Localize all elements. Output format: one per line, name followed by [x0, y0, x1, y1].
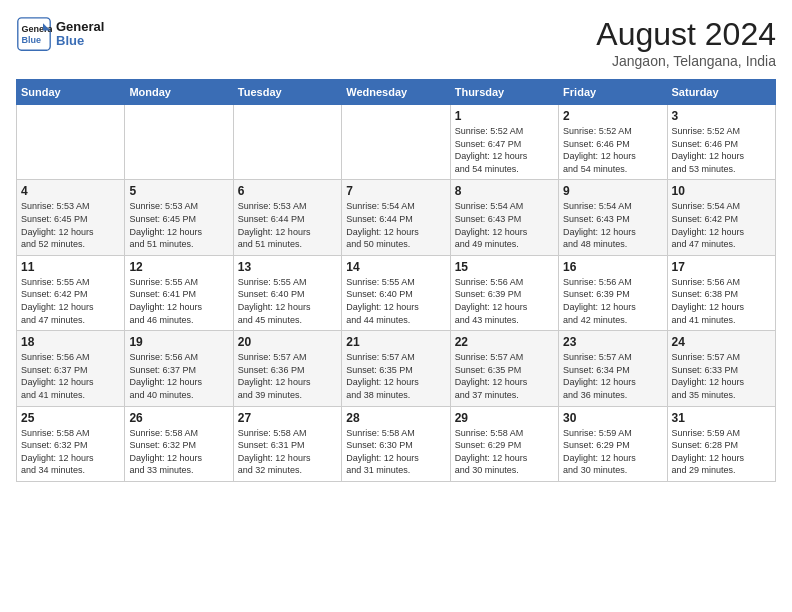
day-number: 19: [129, 335, 228, 349]
calendar-cell: 4Sunrise: 5:53 AM Sunset: 6:45 PM Daylig…: [17, 180, 125, 255]
day-info: Sunrise: 5:59 AM Sunset: 6:28 PM Dayligh…: [672, 427, 771, 477]
day-info: Sunrise: 5:54 AM Sunset: 6:43 PM Dayligh…: [455, 200, 554, 250]
day-number: 8: [455, 184, 554, 198]
day-number: 17: [672, 260, 771, 274]
day-number: 22: [455, 335, 554, 349]
calendar-cell: 29Sunrise: 5:58 AM Sunset: 6:29 PM Dayli…: [450, 406, 558, 481]
calendar-cell: 2Sunrise: 5:52 AM Sunset: 6:46 PM Daylig…: [559, 105, 667, 180]
calendar-cell: 14Sunrise: 5:55 AM Sunset: 6:40 PM Dayli…: [342, 255, 450, 330]
day-info: Sunrise: 5:57 AM Sunset: 6:36 PM Dayligh…: [238, 351, 337, 401]
month-year-title: August 2024: [596, 16, 776, 53]
day-info: Sunrise: 5:58 AM Sunset: 6:32 PM Dayligh…: [21, 427, 120, 477]
calendar-cell: 7Sunrise: 5:54 AM Sunset: 6:44 PM Daylig…: [342, 180, 450, 255]
day-number: 11: [21, 260, 120, 274]
day-info: Sunrise: 5:57 AM Sunset: 6:35 PM Dayligh…: [455, 351, 554, 401]
day-number: 28: [346, 411, 445, 425]
calendar-cell: 31Sunrise: 5:59 AM Sunset: 6:28 PM Dayli…: [667, 406, 775, 481]
day-number: 5: [129, 184, 228, 198]
calendar-cell: [125, 105, 233, 180]
weekday-header-saturday: Saturday: [667, 80, 775, 105]
calendar-cell: 28Sunrise: 5:58 AM Sunset: 6:30 PM Dayli…: [342, 406, 450, 481]
weekday-header-tuesday: Tuesday: [233, 80, 341, 105]
day-info: Sunrise: 5:54 AM Sunset: 6:42 PM Dayligh…: [672, 200, 771, 250]
svg-text:Blue: Blue: [21, 35, 41, 45]
day-number: 13: [238, 260, 337, 274]
day-info: Sunrise: 5:54 AM Sunset: 6:44 PM Dayligh…: [346, 200, 445, 250]
day-number: 12: [129, 260, 228, 274]
calendar-cell: 3Sunrise: 5:52 AM Sunset: 6:46 PM Daylig…: [667, 105, 775, 180]
day-number: 6: [238, 184, 337, 198]
day-info: Sunrise: 5:56 AM Sunset: 6:39 PM Dayligh…: [455, 276, 554, 326]
day-info: Sunrise: 5:58 AM Sunset: 6:31 PM Dayligh…: [238, 427, 337, 477]
calendar-cell: 17Sunrise: 5:56 AM Sunset: 6:38 PM Dayli…: [667, 255, 775, 330]
day-number: 9: [563, 184, 662, 198]
day-number: 14: [346, 260, 445, 274]
day-number: 16: [563, 260, 662, 274]
calendar-cell: 9Sunrise: 5:54 AM Sunset: 6:43 PM Daylig…: [559, 180, 667, 255]
calendar-cell: 6Sunrise: 5:53 AM Sunset: 6:44 PM Daylig…: [233, 180, 341, 255]
day-info: Sunrise: 5:53 AM Sunset: 6:44 PM Dayligh…: [238, 200, 337, 250]
day-number: 24: [672, 335, 771, 349]
calendar-cell: 13Sunrise: 5:55 AM Sunset: 6:40 PM Dayli…: [233, 255, 341, 330]
weekday-header-friday: Friday: [559, 80, 667, 105]
title-area: August 2024 Jangaon, Telangana, India: [596, 16, 776, 69]
weekday-header-row: SundayMondayTuesdayWednesdayThursdayFrid…: [17, 80, 776, 105]
day-info: Sunrise: 5:56 AM Sunset: 6:38 PM Dayligh…: [672, 276, 771, 326]
calendar-week-row: 25Sunrise: 5:58 AM Sunset: 6:32 PM Dayli…: [17, 406, 776, 481]
calendar-cell: 10Sunrise: 5:54 AM Sunset: 6:42 PM Dayli…: [667, 180, 775, 255]
day-number: 10: [672, 184, 771, 198]
day-info: Sunrise: 5:55 AM Sunset: 6:40 PM Dayligh…: [346, 276, 445, 326]
day-info: Sunrise: 5:53 AM Sunset: 6:45 PM Dayligh…: [129, 200, 228, 250]
day-info: Sunrise: 5:56 AM Sunset: 6:37 PM Dayligh…: [21, 351, 120, 401]
day-info: Sunrise: 5:55 AM Sunset: 6:42 PM Dayligh…: [21, 276, 120, 326]
day-number: 3: [672, 109, 771, 123]
day-info: Sunrise: 5:54 AM Sunset: 6:43 PM Dayligh…: [563, 200, 662, 250]
calendar-cell: 27Sunrise: 5:58 AM Sunset: 6:31 PM Dayli…: [233, 406, 341, 481]
day-info: Sunrise: 5:53 AM Sunset: 6:45 PM Dayligh…: [21, 200, 120, 250]
calendar-cell: 16Sunrise: 5:56 AM Sunset: 6:39 PM Dayli…: [559, 255, 667, 330]
day-number: 29: [455, 411, 554, 425]
day-number: 20: [238, 335, 337, 349]
calendar-cell: 20Sunrise: 5:57 AM Sunset: 6:36 PM Dayli…: [233, 331, 341, 406]
day-number: 31: [672, 411, 771, 425]
calendar-cell: 18Sunrise: 5:56 AM Sunset: 6:37 PM Dayli…: [17, 331, 125, 406]
calendar-cell: 24Sunrise: 5:57 AM Sunset: 6:33 PM Dayli…: [667, 331, 775, 406]
calendar-cell: 25Sunrise: 5:58 AM Sunset: 6:32 PM Dayli…: [17, 406, 125, 481]
day-info: Sunrise: 5:52 AM Sunset: 6:46 PM Dayligh…: [672, 125, 771, 175]
calendar-cell: 5Sunrise: 5:53 AM Sunset: 6:45 PM Daylig…: [125, 180, 233, 255]
calendar-week-row: 1Sunrise: 5:52 AM Sunset: 6:47 PM Daylig…: [17, 105, 776, 180]
day-info: Sunrise: 5:57 AM Sunset: 6:33 PM Dayligh…: [672, 351, 771, 401]
calendar-cell: 19Sunrise: 5:56 AM Sunset: 6:37 PM Dayli…: [125, 331, 233, 406]
day-number: 15: [455, 260, 554, 274]
calendar-cell: [233, 105, 341, 180]
day-info: Sunrise: 5:58 AM Sunset: 6:29 PM Dayligh…: [455, 427, 554, 477]
logo-icon: General Blue: [16, 16, 52, 52]
day-info: Sunrise: 5:55 AM Sunset: 6:41 PM Dayligh…: [129, 276, 228, 326]
day-info: Sunrise: 5:57 AM Sunset: 6:34 PM Dayligh…: [563, 351, 662, 401]
calendar-cell: 12Sunrise: 5:55 AM Sunset: 6:41 PM Dayli…: [125, 255, 233, 330]
day-info: Sunrise: 5:52 AM Sunset: 6:47 PM Dayligh…: [455, 125, 554, 175]
day-number: 26: [129, 411, 228, 425]
day-info: Sunrise: 5:56 AM Sunset: 6:37 PM Dayligh…: [129, 351, 228, 401]
day-number: 30: [563, 411, 662, 425]
weekday-header-monday: Monday: [125, 80, 233, 105]
day-info: Sunrise: 5:57 AM Sunset: 6:35 PM Dayligh…: [346, 351, 445, 401]
day-info: Sunrise: 5:58 AM Sunset: 6:30 PM Dayligh…: [346, 427, 445, 477]
day-number: 18: [21, 335, 120, 349]
day-number: 25: [21, 411, 120, 425]
calendar-cell: 26Sunrise: 5:58 AM Sunset: 6:32 PM Dayli…: [125, 406, 233, 481]
calendar-week-row: 18Sunrise: 5:56 AM Sunset: 6:37 PM Dayli…: [17, 331, 776, 406]
page-header: General Blue General Blue August 2024 Ja…: [16, 16, 776, 69]
calendar-cell: 22Sunrise: 5:57 AM Sunset: 6:35 PM Dayli…: [450, 331, 558, 406]
calendar-week-row: 11Sunrise: 5:55 AM Sunset: 6:42 PM Dayli…: [17, 255, 776, 330]
logo-text: General Blue: [56, 20, 104, 49]
day-number: 27: [238, 411, 337, 425]
calendar-cell: 21Sunrise: 5:57 AM Sunset: 6:35 PM Dayli…: [342, 331, 450, 406]
weekday-header-thursday: Thursday: [450, 80, 558, 105]
calendar-cell: 8Sunrise: 5:54 AM Sunset: 6:43 PM Daylig…: [450, 180, 558, 255]
day-number: 21: [346, 335, 445, 349]
day-info: Sunrise: 5:58 AM Sunset: 6:32 PM Dayligh…: [129, 427, 228, 477]
calendar-week-row: 4Sunrise: 5:53 AM Sunset: 6:45 PM Daylig…: [17, 180, 776, 255]
calendar-cell: [17, 105, 125, 180]
location-subtitle: Jangaon, Telangana, India: [596, 53, 776, 69]
